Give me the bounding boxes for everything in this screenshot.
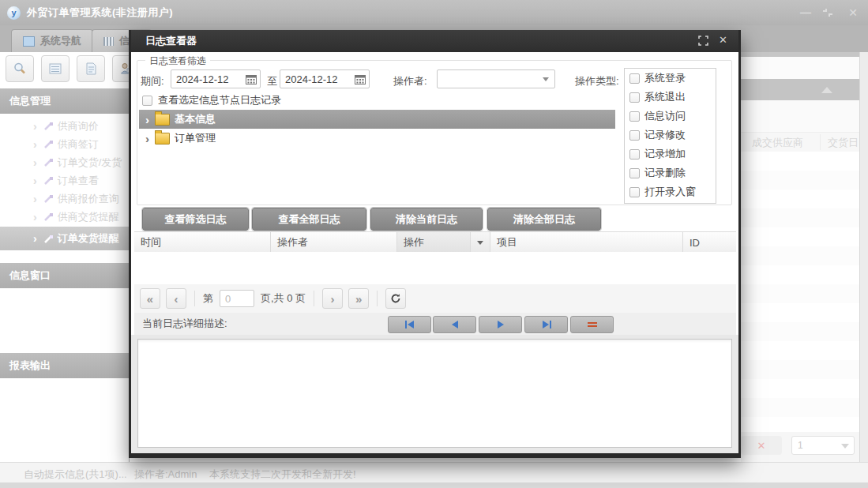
node-log-checkbox-row[interactable]: 查看选定信息节点日志记录 <box>142 93 281 107</box>
wand-icon <box>43 212 54 222</box>
checkbox[interactable] <box>629 111 640 122</box>
separator <box>377 291 378 306</box>
checkbox[interactable] <box>629 73 640 84</box>
first-page-button[interactable]: « <box>140 288 160 309</box>
type-label: 操作类型: <box>575 74 619 88</box>
type-option-open-entry[interactable]: 打开录入窗 <box>625 182 716 201</box>
sidebar-item-label: 订单发货提醒 <box>58 231 119 246</box>
next-page-button[interactable]: › <box>322 288 343 309</box>
record-last-button[interactable] <box>524 316 568 333</box>
checkbox[interactable] <box>142 96 152 106</box>
wand-icon <box>43 139 54 149</box>
type-option-login[interactable]: 系统登录 <box>625 69 716 88</box>
collapse-up-icon[interactable] <box>821 87 832 93</box>
operation-type-listbox: 系统登录 系统退出 信息访问 记录修改 记录增加 记录删除 打开录入窗 <box>624 68 716 204</box>
tab-system-nav[interactable]: 系统导航 <box>11 29 93 52</box>
bg-footer: ✕ 1 <box>741 432 859 462</box>
tree-node-label: 基本信息 <box>175 112 216 126</box>
maximize-icon[interactable] <box>698 36 708 46</box>
type-option-logout[interactable]: 系统退出 <box>625 88 716 107</box>
bg-panel-header <box>741 79 859 100</box>
sidebar-item-order-ship-remind[interactable]: › 订单发货提醒 <box>0 227 129 250</box>
sidebar-item-order-delivery[interactable]: › 订单交货/发货 <box>0 153 129 171</box>
dialog-titlebar[interactable]: 日志查看器 ✕ <box>131 30 738 52</box>
record-first-button[interactable] <box>388 316 431 333</box>
calendar-icon[interactable] <box>355 74 366 84</box>
column-operator[interactable]: 操作者 <box>271 232 397 253</box>
chevron-right-icon: › <box>33 175 37 187</box>
app-logo-icon: y <box>7 6 21 20</box>
wand-icon <box>43 121 54 131</box>
column-time[interactable]: 时间 <box>134 232 271 253</box>
sidebar-item-supplier-quote-query[interactable]: › 供商报价查询 <box>0 190 129 208</box>
sidebar-section-info-window[interactable]: 信息窗口 <box>0 263 129 288</box>
view-all-log-button[interactable]: 查看全部日志 <box>252 208 366 231</box>
list-view-button[interactable] <box>41 55 70 82</box>
sidebar-item-supplier-sign[interactable]: › 供商签订 <box>0 135 129 153</box>
sidebar-item-label: 订单查看 <box>58 174 99 188</box>
calendar-icon[interactable] <box>246 74 257 84</box>
log-description-textarea[interactable] <box>137 339 732 448</box>
sidebar-section-report-output[interactable]: 报表输出 <box>0 353 129 378</box>
dialog-close-icon[interactable]: ✕ <box>719 35 727 45</box>
clear-current-log-button[interactable]: 清除当前日志 <box>370 208 483 231</box>
bg-clear-button[interactable]: ✕ <box>741 436 782 455</box>
type-option-modify[interactable]: 记录修改 <box>625 126 716 145</box>
record-remove-button[interactable] <box>570 316 614 333</box>
chevron-down-icon <box>477 241 483 245</box>
column-operation[interactable]: 操作 <box>397 232 471 253</box>
chevron-right-icon: › <box>33 193 37 205</box>
checkbox[interactable] <box>629 92 640 103</box>
column-project[interactable]: 项目 <box>490 232 683 253</box>
page-label: 第 <box>203 291 213 306</box>
chevron-right-icon[interactable]: › <box>145 113 149 126</box>
type-option-delete[interactable]: 记录删除 <box>625 163 716 182</box>
detail-bar: 当前日志详细描述: <box>134 313 736 336</box>
chevron-right-icon: › <box>33 138 37 151</box>
pagination-bar: « ‹ 第 页,共 0 页 › » <box>134 284 736 313</box>
prev-record-icon <box>451 321 459 328</box>
sidebar-item-supplier-inquiry[interactable]: › 供商询价 <box>0 117 129 135</box>
bg-page-select[interactable]: 1 <box>791 436 855 455</box>
checkbox[interactable] <box>629 187 640 197</box>
scrollbar[interactable] <box>859 52 868 462</box>
to-label: 至 <box>267 74 277 88</box>
minimize-icon[interactable]: — <box>798 7 813 18</box>
page-number-input[interactable] <box>220 290 254 307</box>
search-button[interactable] <box>6 55 34 82</box>
sidebar-section-info-mgmt[interactable]: 信息管理 <box>0 88 129 114</box>
type-option-access[interactable]: 信息访问 <box>625 107 716 126</box>
description-area <box>131 335 738 453</box>
sidebar-item-order-view[interactable]: › 订单查看 <box>0 171 129 190</box>
restore-icon[interactable] <box>822 8 836 17</box>
checkbox[interactable] <box>629 149 640 160</box>
sidebar-item-supplier-delivery-remind[interactable]: › 供商交货提醒 <box>0 208 129 226</box>
record-prev-button[interactable] <box>433 316 476 333</box>
refresh-button[interactable] <box>385 288 406 309</box>
view-filtered-log-button[interactable]: 查看筛选日志 <box>142 208 249 231</box>
refresh-icon <box>390 293 401 304</box>
sidebar-item-label: 供商签订 <box>58 137 99 152</box>
bg-subheader-area <box>741 100 859 133</box>
tree-node-label: 订单管理 <box>175 131 216 145</box>
chevron-right-icon[interactable]: › <box>145 132 149 145</box>
sidebar-item-label: 订单交货/发货 <box>58 156 122 170</box>
record-next-button[interactable] <box>479 316 522 333</box>
operator-combobox[interactable] <box>437 69 555 88</box>
tree-node-basic-info[interactable]: › 基本信息 <box>139 110 615 129</box>
tree-node-order-mgmt[interactable]: › 订单管理 <box>139 129 615 148</box>
checkbox[interactable] <box>629 168 640 178</box>
log-table-header: 时间 操作者 操作 项目 ID <box>134 231 736 253</box>
type-option-add[interactable]: 记录增加 <box>625 145 716 163</box>
sidebar-item-label: 供商报价查询 <box>58 192 119 206</box>
checkbox[interactable] <box>629 130 640 141</box>
close-icon[interactable]: ✕ <box>846 7 860 18</box>
clear-all-log-button[interactable]: 清除全部日志 <box>487 208 601 231</box>
last-page-button[interactable]: » <box>348 288 369 309</box>
column-id[interactable]: ID <box>683 232 734 253</box>
column-filter-dropdown[interactable] <box>471 232 490 253</box>
document-button[interactable] <box>77 55 105 82</box>
remove-icon <box>587 322 598 327</box>
chevron-down-icon <box>543 77 549 81</box>
prev-page-button[interactable]: ‹ <box>166 288 186 309</box>
